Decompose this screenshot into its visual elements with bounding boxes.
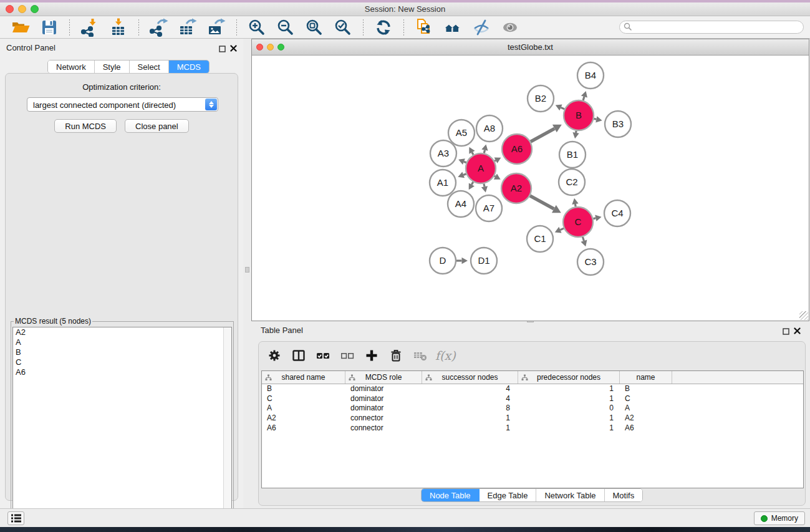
mcds-result-item[interactable]: A	[13, 337, 231, 347]
table-cell[interactable]: dominator	[345, 404, 422, 414]
import-network-button[interactable]	[80, 17, 100, 37]
memory-button[interactable]: Memory	[754, 511, 805, 525]
result-list-scrollbar[interactable]	[223, 327, 231, 529]
open-file-button[interactable]	[11, 17, 31, 37]
graph-node-A7[interactable]: A7	[476, 195, 502, 221]
save-session-button[interactable]	[39, 17, 59, 37]
network-minimize-button[interactable]	[267, 44, 274, 51]
table-cell[interactable]: C	[620, 394, 672, 404]
graph-node-A8[interactable]: A8	[476, 115, 503, 142]
graph-edge-A-A3[interactable]	[458, 158, 466, 165]
graph-node-C1[interactable]: C1	[527, 226, 553, 252]
split-columns-button[interactable]	[289, 347, 308, 364]
graph-edge-C-C3[interactable]	[581, 237, 587, 246]
gear-button[interactable]	[265, 347, 284, 364]
run-mcds-button[interactable]: Run MCDS	[54, 119, 117, 133]
minimize-window-button[interactable]	[18, 5, 26, 13]
tab-select[interactable]: Select	[130, 60, 169, 73]
table-cell[interactable]: dominator	[345, 394, 422, 404]
zoom-window-button[interactable]	[31, 5, 39, 13]
graph-edge-C-C1[interactable]	[555, 227, 564, 233]
table-cell[interactable]: 4	[422, 394, 518, 404]
tab-network-table[interactable]: Network Table	[536, 489, 604, 501]
table-cell[interactable]: A6	[620, 423, 672, 433]
open-homepage-button[interactable]	[443, 17, 463, 37]
graph-edge-C-C2[interactable]	[572, 198, 578, 207]
network-canvas[interactable]: B4B2BB3A8A5A6A3B1AC2A1A2A4A7C4CC1C3DD1	[252, 56, 809, 321]
column-header-successor-nodes[interactable]: successor nodes	[422, 371, 518, 384]
graph-edge-C-C4[interactable]	[593, 215, 601, 221]
vertical-splitter-grip[interactable]	[245, 267, 249, 273]
graph-edge-A-A5[interactable]	[469, 147, 475, 155]
float-panel-icon[interactable]	[219, 44, 226, 55]
graph-node-A3[interactable]: A3	[430, 140, 456, 167]
close-panel-icon[interactable]	[230, 43, 237, 54]
table-cell[interactable]: B	[620, 384, 672, 394]
table-cell[interactable]: 8	[422, 404, 518, 414]
table-cell[interactable]: B	[262, 384, 345, 394]
tab-motifs[interactable]: Motifs	[605, 489, 643, 501]
export-table-button[interactable]	[178, 17, 198, 37]
table-cell[interactable]: 1	[518, 414, 620, 423]
graph-node-D1[interactable]: D1	[471, 248, 497, 274]
network-close-button[interactable]	[256, 44, 263, 51]
table-cell[interactable]: connector	[345, 414, 422, 423]
graph-node-A1[interactable]: A1	[430, 170, 456, 196]
graph-node-A[interactable]: A	[466, 153, 496, 183]
table-cell[interactable]: 1	[518, 384, 620, 394]
graph-node-A2[interactable]: A2	[501, 173, 531, 203]
graph-edge-B-B4[interactable]	[581, 91, 587, 100]
graph-node-B[interactable]: B	[564, 100, 594, 130]
table-cell[interactable]: A6	[262, 423, 345, 433]
search-input[interactable]	[619, 21, 804, 34]
clear-checkboxes-button[interactable]	[338, 347, 357, 364]
task-history-button[interactable]	[7, 511, 24, 525]
graph-node-A6[interactable]: A6	[502, 134, 532, 164]
table-cell[interactable]: 1	[518, 423, 620, 433]
tab-mcds[interactable]: MCDS	[169, 60, 209, 73]
add-button[interactable]	[362, 347, 381, 364]
refresh-button[interactable]	[374, 17, 393, 37]
graph-edge-D-D1[interactable]	[456, 258, 468, 264]
zoom-fit-button[interactable]	[304, 17, 324, 37]
graph-node-C4[interactable]: C4	[604, 200, 630, 226]
float-panel-icon[interactable]	[783, 326, 789, 337]
table-cell[interactable]: 1	[518, 394, 620, 404]
graph-edge-A6-B[interactable]	[531, 125, 562, 142]
graph-node-B1[interactable]: B1	[559, 142, 586, 168]
column-header-shared-name[interactable]: shared name	[262, 371, 345, 384]
export-network-button[interactable]	[149, 17, 169, 37]
close-panel-button[interactable]: Close panel	[125, 119, 189, 133]
graph-edge-A2-C[interactable]	[530, 196, 561, 213]
delete-button[interactable]	[387, 347, 405, 364]
tab-node-table[interactable]: Node Table	[422, 489, 480, 501]
table-cell[interactable]: A2	[620, 414, 672, 423]
graph-node-B2[interactable]: B2	[528, 85, 554, 112]
graph-edge-B-B2[interactable]	[556, 105, 564, 111]
zoom-out-button[interactable]	[276, 17, 296, 37]
mcds-result-item[interactable]: A6	[13, 367, 231, 377]
graph-node-B4[interactable]: B4	[577, 62, 604, 89]
close-panel-icon[interactable]	[794, 326, 801, 337]
tab-style[interactable]: Style	[95, 60, 130, 73]
network-zoom-button[interactable]	[277, 44, 284, 51]
table-cell[interactable]: A2	[262, 414, 345, 423]
graph-node-C2[interactable]: C2	[559, 169, 585, 195]
graph-node-C3[interactable]: C3	[577, 249, 604, 275]
tab-network[interactable]: Network	[48, 60, 95, 73]
column-header-name[interactable]: name	[620, 371, 672, 384]
table-cell[interactable]: 0	[518, 404, 620, 414]
zoom-selected-button[interactable]	[333, 17, 353, 37]
network-from-selection-button[interactable]	[414, 17, 434, 37]
table-cell[interactable]: 1	[422, 423, 518, 433]
zoom-in-button[interactable]	[247, 17, 267, 37]
tab-edge-table[interactable]: Edge Table	[480, 489, 537, 501]
graph-edge-B-B3[interactable]	[594, 116, 602, 122]
show-graphics-details-button[interactable]	[500, 17, 520, 37]
graph-edge-A-A4[interactable]	[469, 182, 475, 190]
table-cell[interactable]: A	[620, 404, 672, 414]
import-table-button[interactable]	[108, 17, 128, 37]
column-header-predecessor-nodes[interactable]: predecessor nodes	[518, 371, 620, 384]
table-cell[interactable]: dominator	[345, 384, 422, 394]
table-cell[interactable]: connector	[345, 423, 422, 433]
